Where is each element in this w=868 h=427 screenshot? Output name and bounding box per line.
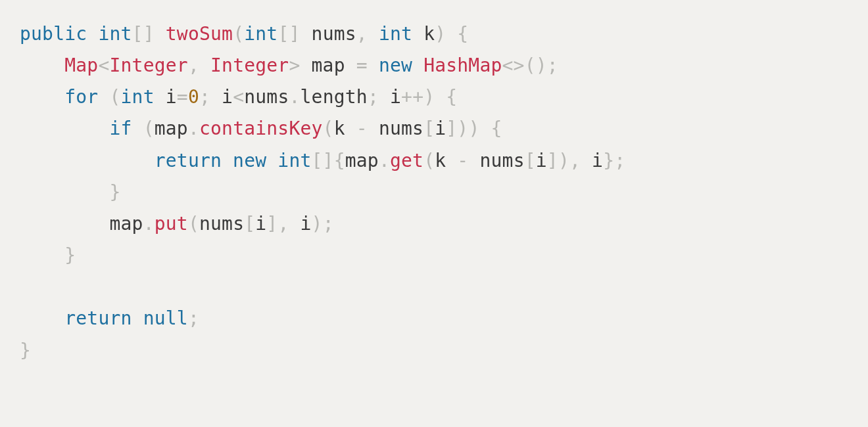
code-line-2: Map<Integer, Integer> map = new HashMap<… xyxy=(20,55,558,76)
code-line-blank xyxy=(20,276,31,298)
code-line-3: for (int i=0; i<nums.length; i++) { xyxy=(20,86,457,108)
code-line-7: map.put(nums[i], i); xyxy=(20,213,334,235)
code-line-8: } xyxy=(20,244,76,266)
code-line-6: } xyxy=(20,181,121,203)
code-line-9: return null; xyxy=(20,307,199,329)
code-line-10: } xyxy=(20,340,31,361)
code-line-5: return new int[]{map.get(k - nums[i]), i… xyxy=(20,150,625,171)
code-block: public int[] twoSum(int[] nums, int k) {… xyxy=(0,0,868,385)
code-line-1: public int[] twoSum(int[] nums, int k) { xyxy=(20,23,468,45)
code-line-4: if (map.containsKey(k - nums[i])) { xyxy=(20,118,502,139)
